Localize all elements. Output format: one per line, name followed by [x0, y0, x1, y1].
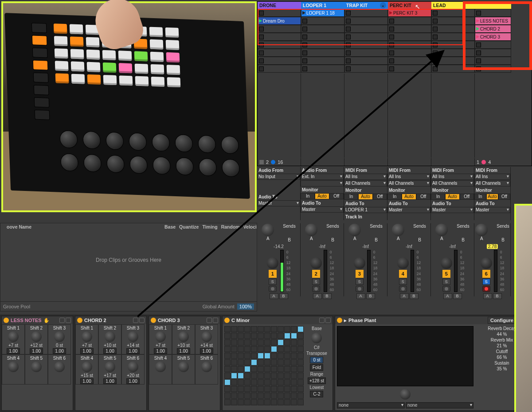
scale-cell[interactable]	[264, 326, 270, 332]
device-title[interactable]: LESS NOTES✋	[2, 316, 73, 324]
crossfade-assign[interactable]: AB	[270, 293, 288, 299]
clip-slot[interactable]	[475, 9, 511, 17]
audio-to-select[interactable]: Master	[387, 207, 430, 213]
arm-button[interactable]	[269, 286, 277, 292]
scale-cell[interactable]	[251, 326, 257, 332]
scale-cell[interactable]	[224, 353, 231, 359]
midi-from-select[interactable]: All Ins	[387, 174, 430, 180]
clip-slot[interactable]	[344, 33, 388, 41]
shift-knob[interactable]	[201, 331, 212, 342]
clip-looper1-18[interactable]: LOOPER 1 18	[301, 9, 344, 17]
scale-cell[interactable]	[238, 339, 244, 346]
track-header-looper1[interactable]: LOOPER 1	[301, 2, 344, 9]
scale-cell[interactable]	[231, 393, 237, 399]
volume-value[interactable]: -Inf	[319, 244, 325, 249]
scale-cell[interactable]	[258, 326, 264, 332]
clip-slot[interactable]	[258, 9, 301, 17]
scale-cell[interactable]	[251, 373, 257, 379]
scale-cell[interactable]	[297, 386, 304, 392]
shift-knob[interactable]	[82, 331, 92, 342]
clip-slot[interactable]	[388, 41, 431, 49]
play-icon[interactable]	[259, 19, 262, 23]
scale-cell[interactable]	[264, 339, 270, 346]
scale-cell[interactable]	[291, 386, 297, 392]
scale-cell[interactable]	[231, 326, 237, 332]
volume-value[interactable]: -Inf	[406, 244, 412, 249]
macro-knob[interactable]	[400, 389, 411, 400]
shift-amount[interactable]: 1.00	[126, 348, 140, 354]
shift-knob[interactable]	[8, 361, 19, 372]
arm-button[interactable]	[356, 286, 364, 292]
scale-cell[interactable]	[264, 359, 270, 365]
scale-cell[interactable]	[231, 359, 237, 365]
scale-cell[interactable]	[231, 339, 237, 346]
send-knob[interactable]	[475, 224, 488, 236]
scale-cell[interactable]	[238, 393, 244, 399]
device-title[interactable]: CHORD 2	[75, 316, 146, 324]
scale-cell[interactable]	[291, 393, 297, 399]
scale-cell[interactable]	[297, 399, 304, 405]
scale-cell[interactable]	[297, 379, 304, 385]
clip-slot[interactable]	[431, 65, 475, 73]
track-header-extra[interactable]	[475, 2, 511, 9]
shift-amount[interactable]: 1.00	[200, 348, 213, 354]
scale-cell[interactable]	[284, 339, 290, 346]
send-knob[interactable]	[348, 224, 361, 236]
scale-cell[interactable]	[297, 393, 304, 399]
clip-slot[interactable]	[344, 65, 388, 73]
scale-cell[interactable]	[238, 346, 244, 352]
clip-slot[interactable]	[301, 25, 344, 33]
scale-cell[interactable]	[258, 386, 264, 392]
clip-slot[interactable]	[258, 33, 301, 41]
scale-cell[interactable]	[244, 346, 250, 352]
track-activator[interactable]: 4	[399, 270, 407, 278]
clip-slot[interactable]	[301, 65, 344, 73]
scale-cell[interactable]	[244, 399, 250, 405]
cutoff-value[interactable]: 66 %	[490, 355, 514, 360]
track-header-lead[interactable]: LEAD	[431, 2, 475, 9]
param-select[interactable]: none	[337, 402, 405, 408]
scale-cell[interactable]	[258, 346, 264, 352]
play-icon[interactable]	[476, 27, 479, 31]
sustain-value[interactable]: 35 %	[490, 366, 514, 371]
monitor-toggle[interactable]: InAutoOff	[431, 194, 474, 200]
crossfade-assign[interactable]: AB	[483, 293, 502, 299]
scale-cell[interactable]	[291, 333, 297, 339]
channel-select[interactable]: All Channels	[387, 180, 430, 187]
scale-cell[interactable]	[238, 386, 244, 392]
device-menu-icon[interactable]	[66, 318, 71, 323]
scale-cell[interactable]	[224, 399, 231, 405]
clip-slot[interactable]	[301, 41, 344, 49]
track-status[interactable]: 14	[475, 158, 511, 166]
clip-perckit3[interactable]: PERC KIT 3	[388, 9, 431, 17]
crossfade-assign[interactable]: AB	[443, 293, 462, 299]
scale-cell[interactable]	[284, 399, 290, 405]
scale-cell[interactable]	[238, 333, 244, 339]
clip-slot[interactable]	[475, 49, 511, 57]
scale-cell[interactable]	[251, 333, 257, 339]
groove-dropzone[interactable]: Drop Clips or Grooves Here	[0, 230, 257, 263]
device-menu-icon[interactable]	[139, 318, 145, 323]
scale-cell[interactable]	[264, 346, 270, 352]
scale-cell[interactable]	[284, 379, 290, 385]
volume-value[interactable]: -Inf	[362, 244, 368, 249]
scale-cell[interactable]	[224, 386, 231, 392]
scale-cell[interactable]	[291, 353, 297, 359]
solo-button[interactable]: S	[442, 279, 450, 285]
scale-cell[interactable]	[297, 353, 304, 359]
scale-cell[interactable]	[238, 366, 244, 372]
shift-amount[interactable]: 1.00	[154, 348, 167, 354]
scale-cell[interactable]	[278, 346, 284, 352]
audio-to-select[interactable]: Master	[301, 206, 344, 213]
crossfade-assign[interactable]: AB	[356, 293, 375, 299]
shift-knob[interactable]	[54, 361, 65, 372]
clip-slot[interactable]	[258, 57, 301, 65]
clip-slot[interactable]	[431, 25, 475, 33]
scale-cell[interactable]	[258, 399, 264, 405]
clip-slot[interactable]	[258, 25, 301, 33]
clip-slot[interactable]	[301, 49, 344, 57]
audio-from-select[interactable]: Ext. In	[301, 174, 344, 180]
clip-slot[interactable]	[258, 65, 301, 73]
shift-amount[interactable]: 1.00	[53, 348, 66, 354]
midi-from-select[interactable]: All Ins	[344, 174, 387, 180]
